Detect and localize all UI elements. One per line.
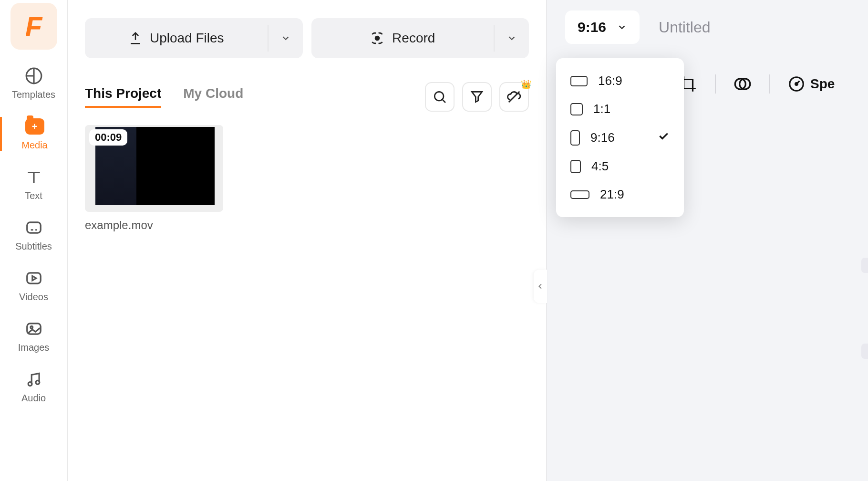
sidebar-item-images[interactable]: Images: [0, 319, 67, 353]
aspect-ratio-button[interactable]: 9:16: [565, 10, 640, 44]
ratio-1-1-icon: [570, 103, 583, 115]
speed-icon: [787, 75, 806, 93]
upload-icon: [128, 31, 143, 45]
sidebar-item-subtitles[interactable]: Subtitles: [0, 218, 67, 252]
sidebar-label-audio: Audio: [21, 393, 46, 404]
project-title[interactable]: Untitled: [659, 19, 711, 36]
text-icon: [24, 167, 43, 187]
svg-point-7: [375, 36, 379, 40]
ratio-9-16-icon: [570, 130, 580, 146]
ratio-21-9-icon: [570, 190, 589, 199]
chevron-down-icon: [506, 33, 517, 43]
speed-label: Spe: [810, 76, 835, 92]
upload-files-label: Upload Files: [150, 31, 224, 46]
ratio-16-9-icon: [570, 76, 588, 86]
media-duration: 00:09: [89, 129, 127, 146]
main-panel: Upload Files Record This Project My Clou…: [68, 0, 546, 481]
sidebar-label-videos: Videos: [19, 292, 48, 303]
right-panel: 9:16 Untitled Spe 16:9 1:1: [546, 0, 868, 481]
search-icon: [432, 89, 447, 105]
sidebar-item-audio[interactable]: Audio: [0, 370, 67, 404]
svg-point-6: [35, 380, 39, 384]
aspect-option-1-1[interactable]: 1:1: [556, 95, 684, 123]
logo-f-icon: F: [25, 10, 42, 42]
media-filename: example.mov: [85, 219, 223, 232]
aspect-option-label: 1:1: [593, 102, 610, 116]
tabs-row: This Project My Cloud 👑: [85, 82, 529, 112]
upload-files-main[interactable]: Upload Files: [85, 25, 269, 52]
sidebar-item-media[interactable]: Media: [0, 117, 67, 151]
aspect-option-16-9[interactable]: 16:9: [556, 67, 684, 95]
record-label: Record: [392, 31, 435, 46]
top-buttons-row: Upload Files Record: [85, 18, 529, 58]
filter-icon: [469, 89, 485, 105]
audio-icon: [24, 370, 43, 389]
tab-my-cloud[interactable]: My Cloud: [183, 86, 243, 108]
aspect-ratio-menu: 16:9 1:1 9:16 4:5 21:9: [556, 58, 684, 217]
edge-mark: [861, 344, 868, 359]
svg-rect-1: [27, 222, 41, 233]
svg-point-5: [28, 382, 32, 386]
aspect-option-4-5[interactable]: 4:5: [556, 152, 684, 180]
right-header: 9:16 Untitled: [547, 0, 868, 44]
templates-icon: [24, 66, 43, 85]
svg-rect-2: [27, 273, 41, 283]
svg-point-12: [796, 83, 798, 85]
subtitles-icon: [24, 218, 43, 237]
record-button[interactable]: Record: [311, 18, 529, 58]
chevron-down-icon: [280, 33, 291, 43]
sidebar-item-videos[interactable]: Videos: [0, 269, 67, 303]
app-logo[interactable]: F: [10, 3, 57, 50]
media-thumbnail[interactable]: 00:09: [85, 125, 223, 212]
sidebar-label-media: Media: [21, 140, 47, 151]
upload-chevron[interactable]: [269, 33, 303, 43]
edge-mark: [861, 258, 868, 273]
left-sidebar: F Templates Media Text Subtitles Videos: [0, 0, 68, 481]
sidebar-item-templates[interactable]: Templates: [0, 66, 67, 100]
sidebar-item-text[interactable]: Text: [0, 167, 67, 201]
videos-icon: [24, 269, 43, 288]
svg-point-4: [30, 326, 32, 328]
svg-point-8: [434, 92, 444, 101]
media-grid: 00:09 example.mov: [85, 125, 546, 232]
aspect-option-label: 16:9: [598, 73, 622, 88]
aspect-option-9-16[interactable]: 9:16: [556, 123, 684, 152]
record-chevron[interactable]: [495, 33, 529, 43]
tabs-actions: 👑: [425, 82, 529, 112]
toolbar-divider: [715, 74, 716, 94]
ratio-4-5-icon: [570, 160, 581, 173]
mask-button[interactable]: [733, 74, 752, 94]
chevron-left-icon: [537, 282, 544, 290]
mask-icon: [734, 75, 752, 93]
chevron-down-icon: [617, 22, 627, 32]
speed-button[interactable]: Spe: [787, 74, 835, 94]
cloud-off-icon: [506, 89, 522, 105]
collapse-panel-handle[interactable]: [534, 270, 547, 303]
aspect-ratio-current: 9:16: [578, 19, 606, 35]
crown-badge-icon: 👑: [521, 79, 531, 90]
upload-files-button[interactable]: Upload Files: [85, 18, 303, 58]
aspect-option-label: 4:5: [591, 159, 609, 174]
aspect-option-label: 21:9: [600, 187, 624, 202]
media-item[interactable]: 00:09 example.mov: [85, 125, 223, 232]
media-folder-icon: [25, 117, 44, 136]
sidebar-label-subtitles: Subtitles: [15, 241, 52, 252]
aspect-option-21-9[interactable]: 21:9: [556, 180, 684, 209]
record-main[interactable]: Record: [311, 25, 495, 52]
images-icon: [24, 319, 43, 338]
filter-button[interactable]: [462, 82, 492, 112]
right-edge-marks: [861, 258, 868, 359]
tab-this-project[interactable]: This Project: [85, 86, 161, 108]
toolbar-divider: [769, 74, 770, 94]
tabs: This Project My Cloud: [85, 86, 243, 108]
check-icon: [657, 130, 670, 146]
record-icon: [370, 31, 385, 46]
aspect-option-label: 9:16: [590, 130, 615, 145]
sidebar-label-images: Images: [18, 342, 50, 353]
sidebar-label-templates: Templates: [12, 89, 55, 100]
sidebar-label-text: Text: [25, 190, 42, 201]
cloud-sync-button[interactable]: 👑: [499, 82, 529, 112]
search-button[interactable]: [425, 82, 455, 112]
